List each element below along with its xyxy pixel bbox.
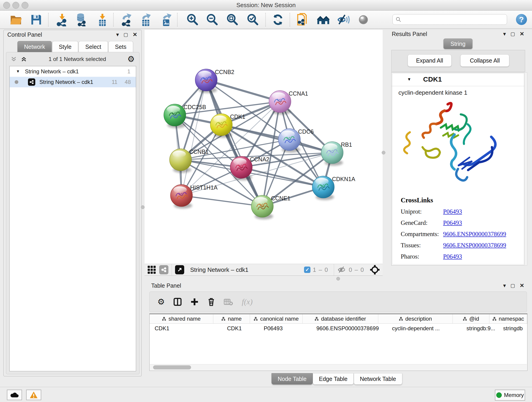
collapse-all-button[interactable]: Collapse All	[460, 54, 509, 67]
refresh-button[interactable]	[271, 12, 285, 27]
vertical-splitter-handle[interactable]	[382, 151, 385, 154]
network-share-view-icon[interactable]	[159, 265, 168, 274]
import-network-database-button[interactable]	[74, 12, 89, 27]
panel-menu-icon[interactable]: ▾	[116, 32, 119, 37]
hide-labels-button[interactable]	[336, 12, 351, 27]
crosslink-pharos[interactable]: P06493	[443, 253, 462, 260]
annotation-document-button[interactable]	[296, 12, 310, 27]
network-node-HIST1H1A[interactable]	[171, 185, 192, 209]
network-edge[interactable]	[181, 80, 206, 196]
gene-collapse-icon[interactable]: ▼	[407, 77, 411, 82]
search-field[interactable]	[393, 14, 507, 25]
network-edge[interactable]	[221, 125, 332, 153]
expand-all-button[interactable]: Expand All	[408, 54, 452, 67]
table-cell[interactable]: cyclin-dependent ...	[378, 324, 453, 333]
memory-button[interactable]: Memory	[495, 390, 525, 401]
table-cell[interactable]: 9606.ENSP00000378699	[303, 324, 378, 333]
crosslink-tissues[interactable]: 9606.ENSP00000378699	[443, 242, 506, 249]
table-cell[interactable]: stringdb	[489, 324, 527, 333]
table-cell[interactable]: P06493	[250, 324, 303, 333]
search-input[interactable]	[401, 16, 504, 23]
network-edge[interactable]	[206, 80, 280, 102]
warnings-button[interactable]	[26, 390, 41, 400]
network-edge[interactable]	[181, 196, 262, 206]
cloud-status-button[interactable]	[7, 390, 22, 400]
zoom-selected-button[interactable]	[245, 12, 260, 27]
network-node-CCNE1[interactable]	[251, 195, 273, 219]
panel-menu-icon[interactable]: ▾	[503, 283, 506, 288]
open-session-button[interactable]	[9, 12, 23, 27]
export-image-button[interactable]	[159, 12, 174, 27]
delete-column-icon[interactable]	[207, 298, 215, 306]
birdseye-toggle-icon[interactable]	[370, 265, 380, 275]
column-header[interactable]: database identifier	[303, 314, 378, 323]
crosslink-genecard[interactable]: P06493	[443, 219, 462, 226]
add-column-icon[interactable]	[190, 298, 199, 306]
panel-float-icon[interactable]: ▢	[510, 283, 515, 288]
zoom-in-button[interactable]	[185, 12, 200, 27]
panel-float-icon[interactable]: ▢	[510, 31, 515, 37]
tab-string[interactable]: String	[443, 38, 472, 49]
network-node-RB1[interactable]	[321, 142, 343, 166]
tab-select[interactable]: Select	[79, 41, 108, 52]
horizontal-splitter-handle[interactable]	[336, 277, 340, 281]
column-header[interactable]: namespac	[489, 314, 527, 323]
panel-close-icon[interactable]: ✕	[520, 283, 524, 288]
import-table-button[interactable]	[95, 12, 110, 27]
column-header[interactable]: name	[213, 314, 250, 323]
network-options-gear-icon[interactable]: ⚙	[127, 55, 135, 63]
save-session-button[interactable]	[29, 12, 44, 27]
detach-view-icon[interactable]	[175, 265, 184, 274]
tab-style[interactable]: Style	[52, 41, 78, 52]
tab-sets[interactable]: Sets	[108, 41, 133, 52]
network-node-CDC25B[interactable]	[164, 104, 186, 128]
panel-close-icon[interactable]: ✕	[520, 31, 524, 37]
network-graph[interactable]: CCNB2CCNA1CDC25BCDK1CDC6RB1CCNB1CCNA2CDK…	[145, 30, 383, 264]
crosslink-uniprot[interactable]: P06493	[443, 208, 462, 215]
column-header[interactable]: shared name	[150, 314, 213, 323]
zoom-out-button[interactable]	[205, 12, 220, 27]
show-graphics-button[interactable]	[356, 12, 371, 27]
tab-network[interactable]: Network	[17, 41, 52, 52]
tab-node-table[interactable]: Node Table	[272, 373, 313, 385]
gene-header-row[interactable]: ▼ CDK1	[392, 73, 525, 86]
panel-float-icon[interactable]: ▢	[123, 32, 128, 37]
table-cell[interactable]: CDK1	[213, 324, 250, 333]
network-row[interactable]: String Network – cdk1 11 48	[10, 77, 136, 87]
network-node-CCNB1[interactable]	[170, 149, 191, 173]
import-network-file-button[interactable]	[55, 12, 70, 27]
selected-checkbox[interactable]: ✓	[304, 267, 310, 273]
table-row[interactable]: CDK1CDK1P064939606.ENSP00000378699cyclin…	[150, 324, 527, 333]
expand-all-icon[interactable]	[20, 56, 27, 62]
network-node-CDC6[interactable]	[278, 128, 300, 153]
home-networks-button[interactable]	[316, 12, 331, 27]
collapse-all-icon[interactable]	[10, 56, 17, 62]
zoom-fit-button[interactable]	[225, 12, 240, 27]
show-columns-icon[interactable]	[173, 298, 182, 306]
table-options-gear-icon[interactable]: ⚙	[157, 298, 165, 306]
panel-menu-icon[interactable]: ▾	[503, 31, 506, 37]
vertical-splitter-handle[interactable]	[141, 205, 145, 209]
tab-network-table[interactable]: Network Table	[354, 373, 402, 385]
collection-expand-icon[interactable]: ▼	[16, 69, 20, 74]
table-horizontal-scrollbar[interactable]	[150, 364, 527, 370]
column-header[interactable]: canonical name	[250, 314, 303, 323]
network-node-CDK1[interactable]	[210, 114, 232, 138]
scrollbar-thumb[interactable]	[153, 365, 191, 370]
table-cell[interactable]: stringdb:9...	[453, 324, 489, 333]
crosslink-compartments[interactable]: 9606.ENSP00000378699	[443, 230, 506, 238]
export-table-button[interactable]	[139, 12, 153, 27]
results-scrollbar[interactable]	[524, 72, 527, 265]
network-canvas[interactable]: CCNB2CCNA1CDC25BCDK1CDC6RB1CCNB1CCNA2CDK…	[145, 30, 383, 264]
network-node-CDKN1A[interactable]	[312, 176, 334, 200]
export-network-button[interactable]	[119, 12, 133, 27]
help-button[interactable]: ?	[516, 14, 527, 25]
column-header[interactable]: description	[378, 314, 453, 323]
grid-view-icon[interactable]	[147, 265, 156, 274]
table-cell[interactable]: CDK1	[150, 324, 213, 333]
network-collection-row[interactable]: ▼ String Network – cdk1 1	[10, 66, 136, 77]
panel-close-icon[interactable]: ✕	[133, 32, 137, 37]
column-header[interactable]: @id	[453, 314, 489, 323]
tab-edge-table[interactable]: Edge Table	[313, 373, 354, 385]
network-node-CCNA1[interactable]	[269, 90, 291, 115]
